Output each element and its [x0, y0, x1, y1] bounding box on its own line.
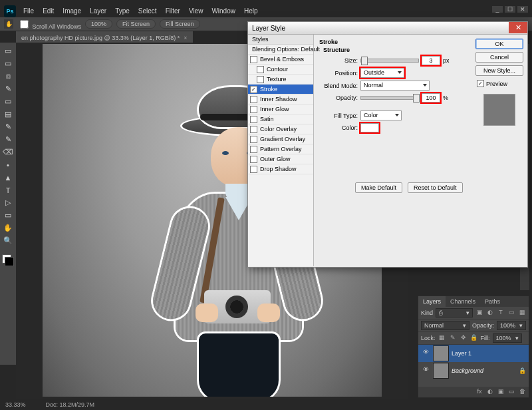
- tab-paths[interactable]: Paths: [480, 296, 505, 307]
- checkbox-icon[interactable]: [250, 56, 257, 63]
- path-tool-icon[interactable]: ▷: [2, 197, 14, 208]
- filter-type-icon[interactable]: T: [497, 309, 505, 317]
- background-color[interactable]: [5, 257, 14, 266]
- style-item-blending[interactable]: Blending Options: Default: [248, 45, 313, 55]
- checkbox-icon[interactable]: [250, 146, 257, 153]
- stamp-tool-icon[interactable]: ✎: [2, 134, 14, 145]
- fx-icon[interactable]: fx: [475, 388, 483, 396]
- preview-checkbox[interactable]: ✓Preview: [475, 80, 523, 87]
- move-tool-icon[interactable]: ▭: [2, 45, 14, 57]
- menu-window[interactable]: Window: [208, 6, 239, 16]
- style-item-pattern-overlay[interactable]: Pattern Overlay: [248, 144, 313, 154]
- menu-filter[interactable]: Filter: [162, 6, 184, 16]
- size-slider[interactable]: [360, 59, 419, 63]
- checkbox-icon[interactable]: [250, 116, 257, 123]
- eraser-tool-icon[interactable]: ⌫: [2, 146, 14, 158]
- lock-trans-icon[interactable]: ▦: [438, 334, 446, 342]
- position-select[interactable]: Outside: [360, 68, 404, 78]
- lock-pixel-icon[interactable]: ✎: [449, 334, 457, 342]
- menu-help[interactable]: Help: [241, 6, 261, 16]
- style-item-inner-shadow[interactable]: Inner Shadow: [248, 95, 313, 104]
- reset-default-button[interactable]: Reset to Default: [408, 182, 463, 193]
- style-item-color-overlay[interactable]: Color Overlay: [248, 124, 313, 134]
- filter-smart-icon[interactable]: ▦: [518, 309, 526, 317]
- menu-select[interactable]: Select: [135, 6, 160, 16]
- checkbox-icon[interactable]: [250, 106, 257, 113]
- trash-icon[interactable]: 🗑: [518, 388, 526, 396]
- blend-mode-select[interactable]: Normal: [360, 81, 430, 91]
- opacity-dropdown[interactable]: 100%▾: [497, 321, 526, 330]
- style-item-inner-glow[interactable]: Inner Glow: [248, 104, 313, 114]
- cancel-button[interactable]: Cancel: [475, 52, 523, 63]
- style-item-texture[interactable]: Texture: [248, 75, 313, 85]
- fill-dropdown[interactable]: 100%▾: [493, 333, 522, 343]
- close-button[interactable]: ✕: [517, 6, 528, 13]
- color-swatch[interactable]: [2, 254, 14, 266]
- eyedropper-tool-icon[interactable]: ▤: [2, 108, 14, 120]
- menu-image[interactable]: Image: [59, 6, 84, 16]
- pen-tool-icon[interactable]: ▲: [2, 172, 14, 183]
- checkbox-icon[interactable]: ✓: [477, 80, 484, 87]
- filter-shape-icon[interactable]: ▭: [507, 309, 515, 317]
- min-button[interactable]: _: [492, 6, 503, 13]
- wand-tool-icon[interactable]: ✎: [2, 83, 14, 95]
- brush-tool-icon[interactable]: ✎: [2, 121, 14, 132]
- checkbox-icon[interactable]: [257, 76, 264, 83]
- layer-thumbnail[interactable]: [433, 363, 449, 379]
- max-button[interactable]: ☐: [505, 6, 515, 13]
- visibility-icon[interactable]: 👁: [421, 366, 430, 375]
- lock-pos-icon[interactable]: ✥: [460, 334, 467, 342]
- crop-tool-icon[interactable]: ▭: [2, 96, 14, 107]
- dialog-close-button[interactable]: ✕: [509, 22, 527, 33]
- new-style-button[interactable]: New Style...: [475, 65, 523, 76]
- mask-icon[interactable]: ◐: [486, 388, 494, 396]
- menu-file[interactable]: File: [20, 6, 37, 16]
- new-layer-icon[interactable]: ▭: [507, 388, 515, 396]
- style-item-bevel[interactable]: Bevel & Emboss: [248, 55, 313, 65]
- styles-header[interactable]: Styles: [248, 35, 313, 45]
- dialog-titlebar[interactable]: Layer Style ✕: [248, 22, 527, 35]
- hand-tool-icon[interactable]: ✋: [4, 19, 13, 29]
- size-input[interactable]: 3: [422, 56, 440, 65]
- zoom-readout[interactable]: 33.33%: [5, 401, 26, 408]
- kind-dropdown[interactable]: ⎙▾: [436, 308, 473, 317]
- opacity-slider[interactable]: [360, 96, 419, 100]
- zoom-tool-icon[interactable]: 🔍: [2, 235, 14, 246]
- lock-all-icon[interactable]: 🔒: [470, 334, 478, 342]
- layer-thumbnail[interactable]: [433, 345, 449, 361]
- menu-type[interactable]: Type: [112, 6, 133, 16]
- tab-channels[interactable]: Channels: [446, 296, 480, 307]
- gradient-tool-icon[interactable]: •: [2, 159, 14, 170]
- style-item-gradient-overlay[interactable]: Gradient Overlay: [248, 134, 313, 144]
- filter-pixel-icon[interactable]: ▣: [475, 309, 483, 317]
- filltype-select[interactable]: Color: [360, 110, 402, 120]
- tab-layers[interactable]: Layers: [418, 296, 446, 307]
- filter-adjust-icon[interactable]: ◐: [486, 309, 494, 317]
- checkbox-icon[interactable]: [250, 126, 257, 133]
- checkbox-icon[interactable]: [250, 136, 257, 143]
- style-item-drop-shadow[interactable]: Drop Shadow: [248, 164, 313, 174]
- make-default-button[interactable]: Make Default: [355, 182, 402, 193]
- zoom-100-button[interactable]: 100%: [85, 19, 112, 29]
- shape-tool-icon[interactable]: ▭: [2, 210, 14, 221]
- layer-row-bg[interactable]: 👁 Background 🔒: [418, 362, 529, 379]
- document-tab-close-icon[interactable]: ×: [184, 35, 187, 41]
- checkbox-icon[interactable]: [250, 156, 257, 163]
- opacity-input[interactable]: 100: [422, 93, 440, 102]
- scroll-all-checkbox[interactable]: Scroll All Windows: [17, 18, 81, 31]
- style-item-stroke[interactable]: ✓Stroke: [248, 85, 313, 95]
- type-tool-icon[interactable]: T: [2, 184, 14, 196]
- fill-screen-button[interactable]: Fill Screen: [160, 19, 200, 29]
- checkbox-icon[interactable]: ✓: [250, 86, 257, 93]
- checkbox-icon[interactable]: [257, 66, 264, 73]
- layer-row-1[interactable]: 👁 Layer 1: [418, 345, 529, 362]
- menu-view[interactable]: View: [186, 6, 207, 16]
- checkbox-icon[interactable]: [250, 166, 257, 173]
- marquee-tool-icon[interactable]: ▭: [2, 58, 14, 69]
- hand-tool-icon[interactable]: ✋: [2, 222, 14, 234]
- style-item-contour[interactable]: Contour: [248, 65, 313, 75]
- style-item-satin[interactable]: Satin: [248, 114, 313, 124]
- menu-edit[interactable]: Edit: [39, 6, 57, 16]
- lasso-tool-icon[interactable]: ⧈: [2, 71, 14, 82]
- checkbox-icon[interactable]: [250, 96, 257, 103]
